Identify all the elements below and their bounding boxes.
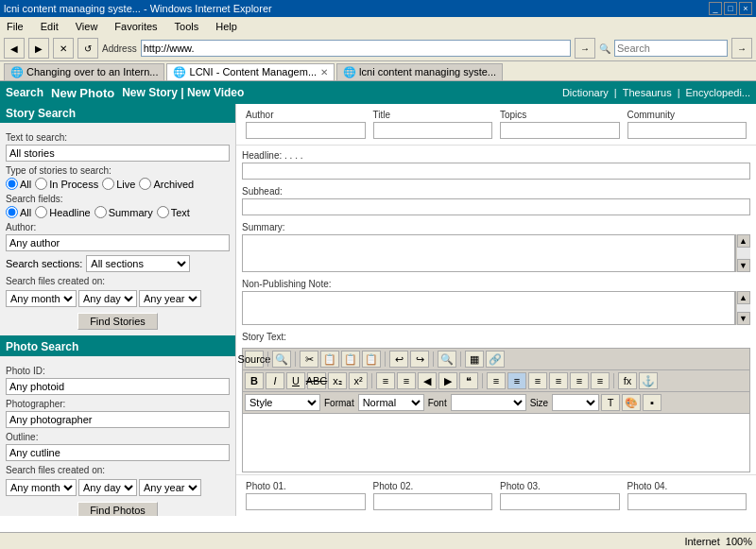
window-controls[interactable]: _ □ × — [709, 2, 752, 15]
photo-01-input[interactable] — [246, 493, 366, 510]
fields-text-label[interactable]: Text — [157, 206, 190, 218]
menu-help[interactable]: Help — [213, 19, 240, 34]
tab-1-close[interactable]: ✕ — [320, 67, 328, 77]
menu-tools[interactable]: Tools — [172, 19, 202, 34]
menu-edit[interactable]: Edit — [38, 19, 61, 34]
fields-text-radio[interactable] — [157, 206, 169, 218]
fields-summary-radio[interactable] — [94, 206, 107, 218]
dictionary-link[interactable]: Dictionary — [562, 87, 609, 98]
fields-all-radio[interactable] — [6, 206, 18, 218]
browser-search-input[interactable] — [614, 40, 728, 57]
non-publishing-vscroll[interactable]: ▲ ▼ — [735, 291, 750, 325]
story-day-select[interactable]: Any day — [78, 290, 137, 307]
title-field[interactable] — [373, 122, 493, 139]
story-month-select[interactable]: Any month — [6, 290, 77, 307]
rte-align-justify-btn[interactable]: ≡ — [549, 372, 568, 389]
np-scroll-down[interactable]: ▼ — [737, 312, 750, 325]
type-inprocess-radio[interactable] — [35, 178, 47, 190]
summary-vscroll[interactable]: ▲ ▼ — [735, 234, 750, 272]
rte-align-center-btn[interactable]: ≡ — [507, 372, 526, 389]
fields-headline-radio[interactable] — [35, 206, 47, 218]
text-to-search-input[interactable] — [6, 145, 230, 162]
rte-bgcolor-btn[interactable]: 🎨 — [622, 394, 641, 411]
rte-paste2-btn[interactable]: 📋 — [362, 351, 381, 368]
fields-all-label[interactable]: All — [6, 206, 31, 218]
rte-italic-btn[interactable]: I — [266, 372, 284, 389]
rte-spell-btn[interactable]: fx — [618, 372, 637, 389]
rte-font-select[interactable] — [451, 394, 526, 411]
rte-link-btn[interactable]: 🔗 — [486, 351, 505, 368]
photo-day-select[interactable]: Any day — [78, 479, 137, 496]
encyclopedia-link[interactable]: Encyclopedi... — [686, 87, 750, 98]
rte-style-select[interactable]: Style — [245, 394, 320, 411]
rte-redo-btn[interactable]: ↪ — [410, 351, 429, 368]
search-go-button[interactable]: → — [731, 38, 752, 59]
rte-underline-btn[interactable]: U — [286, 372, 305, 389]
photo-04-input[interactable] — [627, 493, 747, 510]
rte-body[interactable] — [243, 414, 749, 472]
headline-field[interactable] — [242, 163, 750, 180]
rte-find-btn[interactable]: 🔍 — [438, 351, 456, 368]
type-all-radio[interactable] — [6, 178, 18, 190]
rte-copy-btn[interactable]: 📋 — [320, 351, 339, 368]
thesaurus-link[interactable]: Thesaurus — [623, 87, 672, 98]
stop-button[interactable]: ✕ — [53, 38, 74, 59]
rte-size-select[interactable] — [552, 394, 599, 411]
minimize-btn[interactable]: _ — [709, 2, 722, 15]
back-button[interactable]: ◀ — [4, 38, 25, 59]
rte-table-btn[interactable]: ▦ — [465, 351, 484, 368]
photo-id-input[interactable] — [6, 378, 230, 395]
photo-03-input[interactable] — [500, 493, 620, 510]
menu-favorites[interactable]: Favorites — [112, 19, 160, 34]
new-photo-link[interactable]: New Photo — [51, 86, 114, 100]
story-year-select[interactable]: Any year — [139, 290, 201, 307]
rte-indent-btn[interactable]: ◀ — [418, 372, 437, 389]
maximize-btn[interactable]: □ — [724, 2, 737, 15]
summary-scroll-down[interactable]: ▼ — [737, 259, 750, 272]
outline-input[interactable] — [6, 444, 230, 461]
close-btn[interactable]: × — [739, 2, 752, 15]
fields-summary-label[interactable]: Summary — [94, 206, 153, 218]
rte-anchor-btn[interactable]: ⚓ — [639, 372, 658, 389]
menu-view[interactable]: View — [73, 19, 101, 34]
type-all-label[interactable]: All — [6, 178, 31, 190]
topics-field[interactable] — [500, 122, 620, 139]
rte-dir-rtl-btn[interactable]: ≡ — [591, 372, 610, 389]
type-inprocess-label[interactable]: In Process — [35, 178, 98, 190]
rte-align-right-btn[interactable]: ≡ — [528, 372, 547, 389]
type-archived-label[interactable]: Archived — [139, 178, 194, 190]
np-scroll-up[interactable]: ▲ — [737, 291, 750, 304]
photographer-input[interactable] — [6, 411, 230, 428]
photo-month-select[interactable]: Any month — [6, 479, 77, 496]
photo-year-select[interactable]: Any year — [139, 479, 201, 496]
find-photos-button[interactable]: Find Photos — [77, 502, 158, 516]
rte-source-btn[interactable]: Source — [245, 351, 264, 368]
rte-misc-btn[interactable]: ▪ — [643, 394, 662, 411]
forward-button[interactable]: ▶ — [28, 38, 49, 59]
rte-paste-btn[interactable]: 📋 — [341, 351, 360, 368]
refresh-button[interactable]: ↺ — [77, 38, 98, 59]
go-button[interactable]: → — [575, 38, 595, 59]
sections-select[interactable]: All sections — [86, 255, 190, 272]
rte-color-btn[interactable]: T — [601, 394, 620, 411]
menu-file[interactable]: File — [4, 19, 26, 34]
non-publishing-field[interactable] — [242, 291, 735, 325]
author-field[interactable] — [246, 122, 366, 139]
community-field[interactable] — [627, 122, 747, 139]
rte-ol-btn[interactable]: ≡ — [376, 372, 395, 389]
author-input[interactable] — [6, 234, 230, 251]
rte-blockquote-btn[interactable]: ❝ — [459, 372, 478, 389]
rte-cut-btn[interactable]: ✂ — [300, 351, 318, 368]
rte-bold-btn[interactable]: B — [245, 372, 264, 389]
summary-field[interactable] — [242, 234, 735, 272]
summary-scroll-up[interactable]: ▲ — [737, 234, 750, 248]
rte-ul-btn[interactable]: ≡ — [397, 372, 416, 389]
rte-preview-btn[interactable]: 🔍 — [272, 351, 291, 368]
rte-sub-btn[interactable]: x₂ — [328, 372, 347, 389]
rte-sup-btn[interactable]: x² — [349, 372, 368, 389]
type-live-label[interactable]: Live — [102, 178, 135, 190]
find-stories-button[interactable]: Find Stories — [77, 313, 158, 330]
rte-strike-btn[interactable]: ABC — [307, 372, 326, 389]
tab-2[interactable]: 🌐 lcni content managing syste... — [336, 63, 503, 80]
rte-undo-btn[interactable]: ↩ — [389, 351, 408, 368]
